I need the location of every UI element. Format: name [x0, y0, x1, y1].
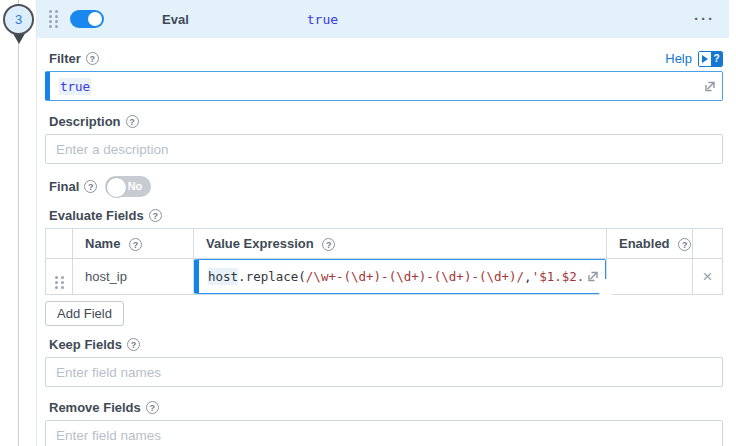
- filter-label: Filter: [49, 51, 81, 66]
- enabled-help-icon[interactable]: ?: [678, 238, 691, 251]
- final-label: Final: [49, 179, 79, 194]
- pipeline-connector-line: [18, 0, 19, 446]
- value-expression-input[interactable]: host.replace(/\w+-(\d+)-(\d+)-(\d+)-(\d+…: [194, 259, 606, 294]
- value-expression-text: host.replace(/\w+-(\d+)-(\d+)-(\d+)-(\d+…: [208, 269, 584, 284]
- keep-fields-help-icon[interactable]: ?: [127, 338, 140, 351]
- remove-fields-help-icon[interactable]: ?: [146, 401, 159, 414]
- remove-row-icon[interactable]: ×: [693, 259, 723, 295]
- final-toggle-label: No: [128, 180, 143, 192]
- help-link-label: Help: [665, 51, 692, 66]
- play-icon: [699, 52, 711, 66]
- pipeline-function-panel: 3 Eval true ··· Filter ? Help ?: [0, 0, 736, 446]
- evaluate-fields-table: Name ? Value Expression ? Enabled ?: [45, 228, 723, 295]
- help-link[interactable]: Help ?: [665, 51, 723, 67]
- function-name: Eval: [162, 12, 189, 27]
- expand-editor-icon[interactable]: [701, 78, 718, 95]
- question-icon: ?: [711, 52, 722, 66]
- filter-expression-input[interactable]: true: [45, 71, 723, 101]
- help-video-icon: ?: [698, 51, 723, 67]
- evaluate-fields-help-icon[interactable]: ?: [149, 209, 162, 222]
- function-menu-icon[interactable]: ···: [694, 14, 715, 24]
- description-input[interactable]: [45, 134, 723, 164]
- description-label: Description: [49, 114, 121, 129]
- table-row: host_ip host.replace(/\w+-(\d+)-(\d+)-(\…: [46, 259, 723, 295]
- table-header-row: Name ? Value Expression ? Enabled ?: [46, 229, 723, 259]
- filter-help-icon[interactable]: ?: [86, 52, 99, 65]
- function-index-number: 3: [3, 4, 34, 35]
- filter-expression-value: true: [59, 79, 91, 94]
- function-header: Eval true ···: [37, 0, 729, 38]
- value-expression-help-icon[interactable]: ?: [322, 238, 335, 251]
- final-help-icon[interactable]: ?: [84, 180, 97, 193]
- final-toggle[interactable]: No: [105, 176, 151, 197]
- field-name-cell[interactable]: host_ip: [73, 259, 194, 295]
- row-drag-handle-icon[interactable]: [55, 276, 64, 289]
- function-enabled-toggle[interactable]: [70, 10, 104, 28]
- keep-fields-label: Keep Fields: [49, 337, 122, 352]
- remove-fields-label: Remove Fields: [49, 400, 141, 415]
- add-field-button[interactable]: Add Field: [45, 301, 124, 326]
- name-help-icon[interactable]: ?: [129, 238, 142, 251]
- row-enabled-label: Yes: [626, 281, 645, 293]
- column-name: Name: [85, 236, 120, 251]
- remove-fields-input[interactable]: [45, 420, 723, 446]
- function-index-pin[interactable]: 3: [3, 4, 35, 50]
- column-value-expression: Value Expression: [206, 236, 314, 251]
- function-filter-preview: true: [307, 12, 338, 27]
- keep-fields-input[interactable]: [45, 357, 723, 387]
- description-help-icon[interactable]: ?: [126, 115, 139, 128]
- evaluate-fields-label: Evaluate Fields: [49, 208, 144, 223]
- function-body: Filter ? Help ? true: [37, 38, 729, 446]
- drag-handle-icon[interactable]: [49, 10, 58, 28]
- eval-function-card: Eval true ··· Filter ? Help ? true: [36, 0, 729, 446]
- column-enabled: Enabled: [619, 236, 670, 251]
